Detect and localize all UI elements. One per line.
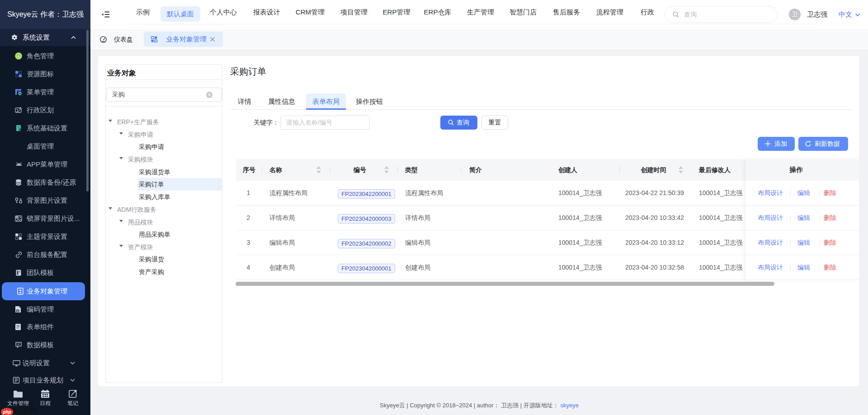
svg-text:w: w [16, 309, 19, 312]
svg-text:A: A [17, 54, 20, 58]
